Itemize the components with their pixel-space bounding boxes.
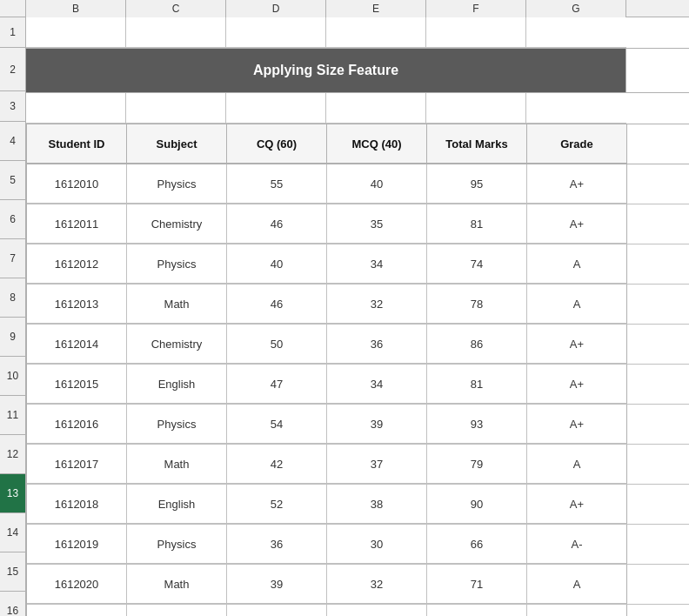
row-num-5: 5	[0, 161, 26, 200]
cell-mcq: 35	[327, 204, 427, 244]
cell-cq: 40	[227, 244, 327, 284]
cell-mcq: 34	[327, 244, 427, 284]
cell-mcq: 34	[327, 365, 427, 404]
cell-grade: A+	[527, 325, 627, 364]
row-num-8: 8	[0, 278, 26, 318]
row-num-1: 1	[0, 17, 26, 48]
table-row: 1612015English473481A+	[27, 365, 689, 405]
cell-subject: English	[127, 365, 227, 404]
cell-subject: Physics	[127, 525, 227, 564]
cell-student-id: 1612019	[27, 525, 127, 564]
cell-subject: Physics	[127, 244, 227, 284]
cell-total: 95	[427, 164, 527, 204]
col-header-c: C	[126, 0, 226, 17]
row-num-16: 16	[0, 592, 26, 616]
header-cq: CQ (60)	[227, 124, 327, 164]
cell-mcq: 30	[327, 525, 427, 564]
row-2-title: Applying Size Feature	[26, 48, 689, 93]
main-content: Applying Size Feature Student ID Subject…	[26, 17, 689, 616]
cell-subject: Math	[127, 445, 227, 484]
table-row: 1612013Math463278A	[27, 285, 689, 325]
header-total: Total Marks	[427, 124, 527, 164]
cell-subject: Chemistry	[127, 204, 227, 244]
row-num-15: 15	[0, 552, 26, 592]
cell-student-id: 1612013	[27, 285, 127, 324]
table-row: 1612011Chemistry463581A+	[27, 204, 689, 244]
row-num-14: 14	[0, 513, 26, 552]
cell-cq: 36	[227, 525, 327, 564]
cell-g1	[526, 17, 626, 48]
cell-student-id: 1612017	[27, 445, 127, 484]
row-num-3: 3	[0, 91, 26, 122]
column-headers: B C D E F G	[0, 0, 689, 17]
header-mcq: MCQ (40)	[327, 124, 427, 164]
cell-d3	[226, 93, 326, 124]
cell-g3	[526, 93, 626, 124]
data-rows-container: 1612010Physics554095A+1612011Chemistry46…	[26, 164, 689, 616]
cell-cq: 55	[227, 164, 327, 204]
table-row: 1612018English523890A+	[27, 485, 689, 525]
table-row: 1612016Physics543993A+	[27, 405, 689, 445]
table-row: 1612021Physics453580A+	[27, 605, 689, 616]
cell-subject: English	[127, 485, 227, 524]
cell-mcq: 38	[327, 485, 427, 524]
cell-cq: 46	[227, 204, 327, 244]
cell-e3	[326, 93, 426, 124]
cell-subject: Physics	[127, 605, 227, 616]
table-row: 1612019Physics363066A-	[27, 525, 689, 565]
col-header-e: E	[326, 0, 426, 17]
row-num-2: 2	[0, 48, 26, 91]
header-subject: Subject	[127, 124, 227, 164]
cell-f3	[426, 93, 526, 124]
table-header-row: Student ID Subject CQ (60) MCQ (40) Tota…	[26, 124, 689, 164]
table-row: 1612012Physics403474A	[27, 244, 689, 285]
row-1	[26, 17, 689, 48]
cell-total: 78	[427, 285, 527, 324]
cell-grade: A	[527, 244, 627, 284]
title-banner: Applying Size Feature	[26, 49, 626, 92]
cell-grade: A+	[527, 485, 627, 524]
col-header-b: B	[26, 0, 126, 17]
cell-b3	[26, 93, 126, 124]
cell-grade: A+	[527, 365, 627, 404]
cell-mcq: 32	[327, 285, 427, 324]
cell-grade: A	[527, 565, 627, 604]
cell-mcq: 37	[327, 445, 427, 484]
col-header-d: D	[226, 0, 326, 17]
cell-subject: Physics	[127, 405, 227, 444]
cell-e1	[326, 17, 426, 48]
cell-total: 81	[427, 204, 527, 244]
cell-student-id: 1612010	[27, 164, 127, 204]
cell-cq: 39	[227, 565, 327, 604]
row-num-13: 13	[0, 474, 26, 513]
cell-total: 80	[427, 605, 527, 616]
spreadsheet: B C D E F G 1 2 3 4 5 6 7 8 9 10 11 12 1…	[0, 0, 689, 616]
cell-mcq: 32	[327, 565, 427, 604]
cell-student-id: 1612012	[27, 244, 127, 284]
row-headers: 1 2 3 4 5 6 7 8 9 10 11 12 13 14 15 16	[0, 17, 26, 616]
row-num-10: 10	[0, 357, 26, 396]
cell-cq: 54	[227, 405, 327, 444]
cell-cq: 45	[227, 605, 327, 616]
cell-grade: A+	[527, 204, 627, 244]
cell-b1	[26, 17, 126, 48]
cell-subject: Math	[127, 565, 227, 604]
header-student-id: Student ID	[27, 124, 127, 164]
row-num-11: 11	[0, 396, 26, 435]
cell-total: 66	[427, 525, 527, 564]
row-num-9: 9	[0, 318, 26, 357]
cell-cq: 42	[227, 445, 327, 484]
cell-total: 90	[427, 485, 527, 524]
cell-c3	[126, 93, 226, 124]
row-num-6: 6	[0, 200, 26, 239]
row-num-7: 7	[0, 239, 26, 278]
cell-mcq: 39	[327, 405, 427, 444]
spreadsheet-body: 1 2 3 4 5 6 7 8 9 10 11 12 13 14 15 16	[0, 17, 689, 616]
table-row: 1612020Math393271A	[27, 565, 689, 605]
cell-f1	[426, 17, 526, 48]
cell-student-id: 1612021	[27, 605, 127, 616]
cell-total: 93	[427, 405, 527, 444]
cell-grade: A+	[527, 164, 627, 204]
cell-grade: A+	[527, 605, 627, 616]
cell-student-id: 1612016	[27, 405, 127, 444]
